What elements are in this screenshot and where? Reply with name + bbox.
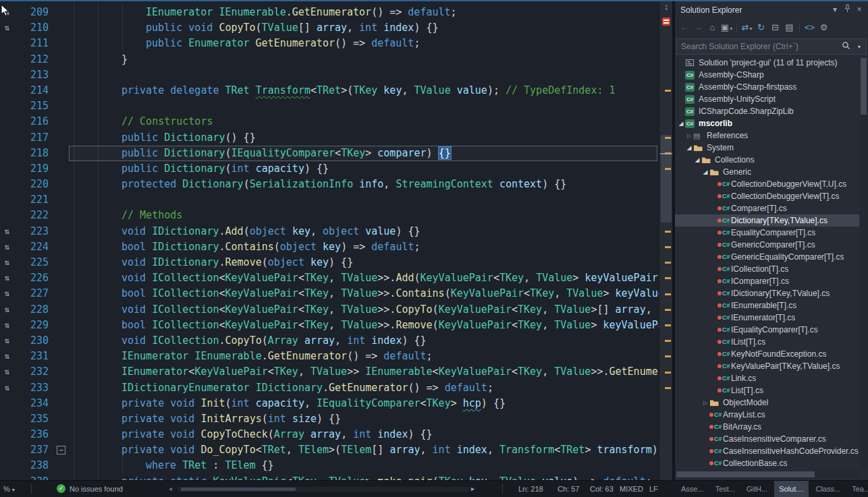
tree-item[interactable]: C#List[T].cs <box>675 384 859 397</box>
tree-item[interactable]: C#IList[T].cs <box>675 336 859 348</box>
code-line-213[interactable]: 213 <box>0 67 659 83</box>
line-number[interactable]: 228 <box>13 302 53 318</box>
tree-item[interactable]: C#IEnumerator[T].cs <box>675 312 859 324</box>
code-line-217[interactable]: 217public Dictionary() {} <box>0 130 659 146</box>
code-line-231[interactable]: ⇅231IEnumerator IEnumerable.GetEnumerato… <box>0 349 659 364</box>
editor-vertical-scrollbar[interactable]: ↨ <box>659 0 672 480</box>
tree-vertical-scrollbar[interactable] <box>860 57 867 469</box>
code-line-210[interactable]: ⇅210public void CopyTo(TValue[] array, i… <box>0 20 659 36</box>
tree-horizontal-scrollbar[interactable] <box>676 471 859 478</box>
code-line-227[interactable]: ⇅227bool ICollection<KeyValuePair<TKey, … <box>0 286 659 301</box>
line-number[interactable]: 226 <box>13 270 53 286</box>
search-box[interactable]: ▾ <box>676 38 867 55</box>
search-options-caret-icon[interactable]: ▾ <box>852 44 866 50</box>
line-number[interactable]: 239 <box>13 474 53 480</box>
tree-item[interactable]: C#EqualityComparer[T].cs <box>675 227 859 239</box>
dropdown-caret-icon[interactable]: ▾ <box>730 26 732 32</box>
properties-icon[interactable]: ▤ <box>783 21 796 34</box>
status-character[interactable]: Ch: 57 <box>558 485 579 493</box>
scrollbar-thumb[interactable] <box>661 135 672 223</box>
code-line-229[interactable]: ⇅229bool ICollection<KeyValuePair<TKey, … <box>0 318 659 333</box>
code-line-218[interactable]: 218public Dictionary(IEqualityComparer<T… <box>0 146 659 161</box>
code-line-215[interactable]: 215 <box>0 98 659 114</box>
line-number[interactable]: 216 <box>13 114 53 129</box>
forward-icon[interactable]: → <box>692 21 705 34</box>
line-number[interactable]: 231 <box>13 349 53 364</box>
tree-item[interactable]: C#CaseInsensitiveComparer.cs <box>675 433 859 445</box>
status-line-ending[interactable]: LF <box>649 485 658 493</box>
code-line-220[interactable]: 220protected Dictionary(SerializationInf… <box>0 177 659 192</box>
line-number[interactable]: 232 <box>13 364 53 380</box>
code-line-228[interactable]: ⇅228void ICollection<KeyValuePair<TKey, … <box>0 302 659 318</box>
line-number[interactable]: 225 <box>13 255 53 270</box>
override-indicator-icon[interactable]: ⇅ <box>0 333 13 349</box>
tree-item[interactable]: C#ICSharpCode.SharpZipLib <box>675 105 859 117</box>
pin-button[interactable] <box>841 4 853 16</box>
tree-item[interactable]: C#ArrayList.cs <box>675 409 859 421</box>
code-line-233[interactable]: ⇅233IDictionaryEnumerator IDictionary.Ge… <box>0 380 659 396</box>
tree-item[interactable]: C#GenericComparer[T].cs <box>675 239 859 251</box>
override-indicator-icon[interactable]: ⇅ <box>0 239 13 255</box>
status-line-number[interactable]: Ln: 218 <box>518 485 543 493</box>
tree-item[interactable]: C#KeyValuePair[TKey,TValue].cs <box>675 360 859 372</box>
code-line-223[interactable]: ⇅223void IDictionary.Add(object key, obj… <box>0 224 659 239</box>
code-line-234[interactable]: 234private void Init(int capacity, IEqua… <box>0 396 659 411</box>
tree-item[interactable]: ▷▤References <box>675 129 859 142</box>
sync-with-active-document-icon[interactable]: ⇄▾ <box>740 21 753 34</box>
tool-window-tab-class[interactable]: Class... <box>811 481 845 497</box>
override-indicator-icon[interactable]: ⇅ <box>0 270 13 286</box>
collapse-icon[interactable]: − <box>57 446 65 455</box>
line-number[interactable]: 233 <box>13 380 53 396</box>
tree-item[interactable]: C#BitArray.cs <box>675 421 859 433</box>
tree-item[interactable]: ▷ObjectModel <box>675 397 859 409</box>
document-health-error-badge[interactable] <box>662 18 670 26</box>
code-line-214[interactable]: 214private delegate TRet Transform<TRet>… <box>0 83 659 98</box>
tool-window-tab-tea[interactable]: Tea... <box>847 481 868 497</box>
code-line-216[interactable]: 216// Constructors <box>0 114 659 129</box>
line-number[interactable]: 237 <box>13 442 53 458</box>
hscroll-right-arrow-icon[interactable]: ▸ <box>471 485 474 492</box>
tool-window-tab-solut[interactable]: Solut.... <box>774 481 809 497</box>
fold-marker[interactable]: − <box>53 442 70 458</box>
override-indicator-icon[interactable]: ⇅ <box>0 380 13 396</box>
line-number[interactable]: 215 <box>13 98 53 114</box>
tree-item[interactable]: C#ICollection[T].cs <box>675 263 859 275</box>
solution-explorer-titlebar[interactable]: Solution Explorer ▾ × <box>675 0 868 19</box>
tree-item[interactable]: ◢Collections <box>675 154 859 166</box>
tree-item[interactable]: C#IEnumerable[T].cs <box>675 299 859 312</box>
tree-item[interactable]: C#Assembly-CSharp-firstpass <box>675 81 859 93</box>
line-number[interactable]: 211 <box>13 36 53 51</box>
override-indicator-icon[interactable]: ⇅ <box>0 224 13 239</box>
code-line-230[interactable]: ⇅230void ICollection.CopyTo(Array array,… <box>0 333 659 349</box>
override-indicator-icon[interactable]: ⇅ <box>0 255 13 270</box>
home-icon[interactable]: ⌂ <box>706 21 719 34</box>
code-line-211[interactable]: 211public Enumerator GetEnumerator() => … <box>0 36 659 51</box>
line-number[interactable]: 210 <box>13 20 53 36</box>
tree-item[interactable]: ◢System <box>675 142 859 154</box>
tree-item[interactable]: C#Assembly-CSharp <box>675 69 859 81</box>
tree-item[interactable]: ◢Generic <box>675 166 859 178</box>
code-line-222[interactable]: 222// Methods <box>0 208 659 223</box>
line-number[interactable]: 214 <box>13 83 53 98</box>
code-line-238[interactable]: 238where TRet : TElem {} <box>0 458 659 473</box>
tree-item[interactable]: Solution 'project-gui' (11 of 11 project… <box>675 57 859 69</box>
line-number[interactable]: 230 <box>13 333 53 349</box>
line-number[interactable]: 238 <box>13 458 53 473</box>
code-line-239[interactable]: 239private static KeyValuePair<TKey, TVa… <box>0 474 659 480</box>
tree-item[interactable]: C#Assembly-UnityScript <box>675 93 859 105</box>
line-number[interactable]: 234 <box>13 396 53 411</box>
scrollbar-thumb[interactable] <box>181 488 296 491</box>
line-number[interactable]: 222 <box>13 208 53 223</box>
code-line-226[interactable]: ⇅226void ICollection<KeyValuePair<TKey, … <box>0 270 659 286</box>
expanded-arrow-icon[interactable]: ◢ <box>685 144 693 151</box>
tree-item[interactable]: C#CollectionDebuggerView[T].cs <box>675 190 859 202</box>
code-line-236[interactable]: 236private void CopyToCheck(Array array,… <box>0 427 659 442</box>
tree-item[interactable]: C#GenericEqualityComparer[T].cs <box>675 251 859 263</box>
window-position-button[interactable]: ▾ <box>829 4 841 16</box>
expanded-arrow-icon[interactable]: ◢ <box>693 156 701 163</box>
tree-item[interactable]: C#Dictionary[TKey,TValue].cs <box>675 214 859 227</box>
code-editor[interactable]: ⇅209IEnumerator IEnumerable.GetEnumerato… <box>0 0 672 480</box>
line-number[interactable]: 224 <box>13 239 53 255</box>
tree-item[interactable]: C#IDictionary[TKey,TValue].cs <box>675 287 859 299</box>
code-line-224[interactable]: ⇅224bool IDictionary.Contains(object key… <box>0 239 659 255</box>
